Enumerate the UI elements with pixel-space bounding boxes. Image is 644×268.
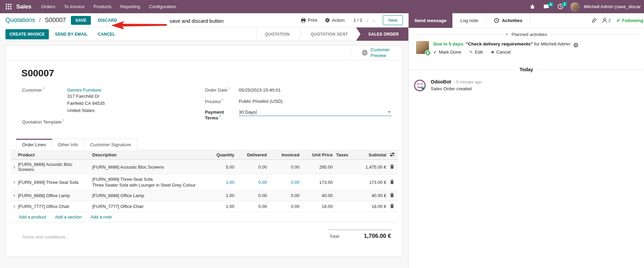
following-button[interactable]: ✔ Following: [617, 18, 643, 23]
col-unit-price[interactable]: Unit Price: [299, 152, 333, 157]
user-avatar[interactable]: [570, 2, 579, 11]
info-icon[interactable]: [573, 43, 578, 47]
mark-done-button[interactable]: ✔Mark Done: [433, 50, 461, 55]
action-status-row: CREATE INVOICE SEND BY EMAIL CANCEL QUOT…: [0, 27, 408, 41]
help-marker: ?: [43, 87, 44, 90]
cell-description[interactable]: [FURN_8999] Three-Seat SofaThree Seater …: [91, 174, 206, 190]
cell-unit-price[interactable]: 18.00: [299, 204, 333, 209]
print-button[interactable]: Print: [301, 18, 317, 23]
col-taxes[interactable]: Taxes: [333, 152, 358, 157]
drag-handle-icon[interactable]: ▴▾: [14, 180, 15, 184]
discard-button[interactable]: DISCARD: [98, 18, 117, 23]
action-button[interactable]: Action: [325, 18, 345, 23]
add-product-link[interactable]: Add a product: [19, 214, 46, 219]
terms-and-conditions-input[interactable]: Terms and conditions...: [22, 234, 69, 240]
pricelist-value[interactable]: Public Pricelist (USD): [239, 99, 282, 104]
customer-preview-button[interactable]: Customer Preview: [352, 45, 403, 60]
app-name[interactable]: Sales: [16, 3, 31, 10]
person-icon: [602, 18, 607, 23]
cell-quantity[interactable]: 1.00: [206, 204, 234, 209]
delete-row-button[interactable]: [389, 203, 395, 210]
edit-activity-button[interactable]: ✎Edit: [469, 50, 483, 55]
col-invoiced[interactable]: Invoiced: [267, 152, 299, 157]
trash-icon: [390, 204, 394, 208]
followers-button[interactable]: 2: [602, 18, 611, 23]
menu-orders[interactable]: Orders: [37, 0, 59, 13]
breadcrumb-quotations-link[interactable]: Quotations: [5, 17, 35, 23]
cell-quantity[interactable]: 1.00: [206, 193, 234, 198]
check-icon: ✔: [617, 18, 620, 23]
order-line-row[interactable]: ▴▾ [FURN_7777] Office Chair [FURN_7777] …: [11, 201, 398, 212]
col-subtotal[interactable]: Subtotal: [358, 152, 386, 157]
tab-other-info[interactable]: Other Info: [52, 139, 84, 150]
pager-previous-icon[interactable]: ‹: [366, 17, 368, 23]
chevron-down-icon: ▼: [506, 33, 508, 36]
col-description[interactable]: Description: [91, 150, 206, 160]
menu-to-invoice[interactable]: To Invoice: [60, 0, 89, 13]
divider-line: [538, 70, 643, 70]
col-product[interactable]: Product: [18, 150, 91, 159]
log-note-button[interactable]: Log note: [452, 13, 487, 28]
order-line-row[interactable]: ▴▾ [FURN_6666] Acoustic Bloc Screens [FU…: [11, 160, 398, 174]
cell-description[interactable]: [FURN_8888] Office Lamp: [91, 191, 206, 200]
order-line-row[interactable]: ▴▾ [FURN_8999] Three-Seat Sofa [FURN_899…: [11, 174, 398, 190]
cell-unit-price[interactable]: 295.00: [299, 165, 333, 170]
bug-icon[interactable]: [527, 3, 538, 11]
total-value: 1,706.00 €: [364, 233, 391, 240]
col-quantity[interactable]: Quantity: [206, 152, 234, 157]
customer-name-link[interactable]: Gemini Furniture: [67, 88, 105, 93]
cell-unit-price[interactable]: 40.00: [299, 193, 333, 198]
paperclip-icon[interactable]: [591, 18, 597, 23]
add-section-link[interactable]: Add a section: [55, 214, 82, 219]
dropdown-caret-icon[interactable]: [388, 111, 391, 113]
activities-label: Activities: [502, 18, 522, 23]
save-button[interactable]: SAVE: [71, 16, 91, 25]
cancel-button[interactable]: CANCEL: [94, 29, 119, 39]
check-icon: ✔: [433, 50, 437, 55]
cell-quantity[interactable]: 5.00: [206, 165, 234, 170]
payment-terms-input[interactable]: 30 Days: [239, 110, 392, 116]
activities-clock-icon[interactable]: 2: [554, 2, 566, 11]
apps-grid-icon[interactable]: [3, 2, 14, 12]
add-note-link[interactable]: Add a note: [91, 214, 112, 219]
cell-product[interactable]: [FURN_6666] Acoustic Bloc Screens: [18, 160, 91, 174]
tab-customer-signature[interactable]: Customer Signature: [84, 139, 137, 150]
tab-order-lines[interactable]: Order Lines: [16, 139, 52, 150]
order-line-row[interactable]: ▴▾ [FURN_8888] Office Lamp [FURN_8888] O…: [11, 190, 398, 201]
message-author[interactable]: OdooBot: [431, 79, 451, 84]
col-delivered[interactable]: Delivered: [234, 152, 267, 157]
messages-icon[interactable]: 4: [540, 3, 552, 11]
cell-unit-price[interactable]: 173.00: [299, 180, 333, 185]
cell-product[interactable]: [FURN_8888] Office Lamp: [18, 191, 91, 200]
cell-description[interactable]: [FURN_6666] Acoustic Bloc Screens: [91, 162, 206, 172]
drag-handle-icon[interactable]: ▴▾: [14, 205, 15, 208]
cell-product[interactable]: [FURN_7777] Office Chair: [18, 202, 91, 211]
trash-icon: [390, 193, 394, 197]
activities-button[interactable]: Activities: [486, 13, 530, 28]
cancel-activity-button[interactable]: ✖Cancel: [491, 50, 510, 55]
order-date-value[interactable]: 05/25/2023 15:40:01: [239, 88, 281, 93]
cell-product[interactable]: [FURN_8999] Three-Seat Sofa: [18, 178, 91, 187]
cell-quantity[interactable]: 1.00: [206, 180, 234, 185]
menu-reporting[interactable]: Reporting: [116, 0, 145, 13]
status-quotation-sent[interactable]: QUOTATION SENT: [303, 27, 356, 41]
send-by-email-button[interactable]: SEND BY EMAIL: [51, 29, 92, 39]
drag-handle-icon[interactable]: ▴▾: [14, 165, 15, 169]
new-button[interactable]: New: [383, 15, 403, 25]
planned-activities-header[interactable]: ▼ Planned activities: [413, 32, 639, 37]
cell-description[interactable]: [FURN_7777] Office Chair: [91, 202, 206, 211]
send-message-button[interactable]: Send message: [409, 13, 452, 28]
cell-invoiced: 0.00: [267, 180, 299, 185]
optional-columns-icon[interactable]: [386, 152, 398, 158]
delete-row-button[interactable]: [389, 164, 395, 171]
menu-configuration[interactable]: Configuration: [144, 0, 180, 13]
user-name[interactable]: Mitchell Admin (save_discar: [584, 4, 641, 9]
pager-next-icon[interactable]: ›: [373, 17, 375, 23]
create-invoice-button[interactable]: CREATE INVOICE: [5, 29, 49, 39]
drag-handle-icon[interactable]: ▴▾: [14, 194, 15, 197]
delete-row-button[interactable]: [389, 179, 395, 186]
delete-row-button[interactable]: [389, 192, 395, 199]
status-sales-order[interactable]: SALES ORDER: [356, 27, 408, 41]
menu-products[interactable]: Products: [89, 0, 116, 13]
status-quotation[interactable]: QUOTATION: [257, 27, 298, 41]
